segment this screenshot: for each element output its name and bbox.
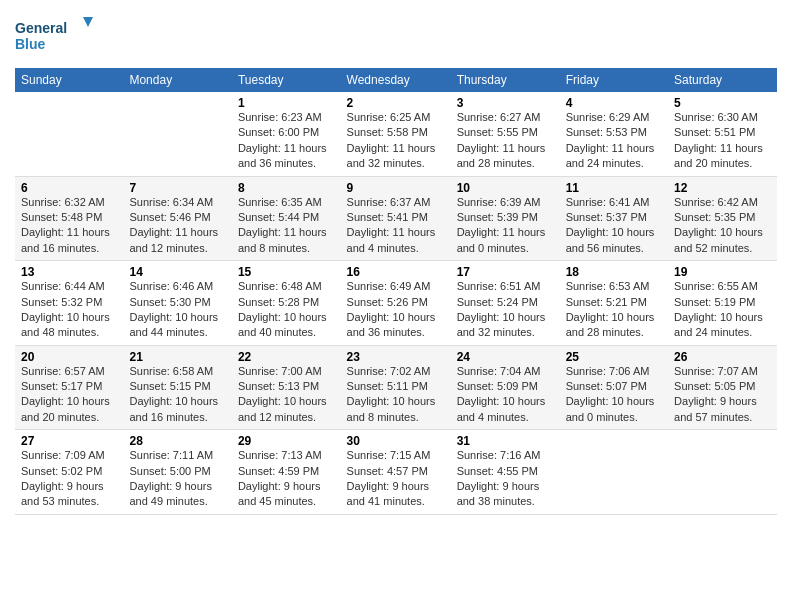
svg-text:Blue: Blue [15,36,46,52]
calendar-cell: 4Sunrise: 6:29 AMSunset: 5:53 PMDaylight… [560,92,668,176]
calendar-cell: 10Sunrise: 6:39 AMSunset: 5:39 PMDayligh… [451,176,560,261]
header-day-thursday: Thursday [451,68,560,92]
day-number: 18 [566,265,662,279]
day-content: Sunrise: 6:29 AMSunset: 5:53 PMDaylight:… [566,110,662,172]
day-content: Sunrise: 7:04 AMSunset: 5:09 PMDaylight:… [457,364,554,426]
day-content: Sunrise: 6:51 AMSunset: 5:24 PMDaylight:… [457,279,554,341]
day-content: Sunrise: 6:44 AMSunset: 5:32 PMDaylight:… [21,279,117,341]
header-day-saturday: Saturday [668,68,777,92]
day-content: Sunrise: 6:58 AMSunset: 5:15 PMDaylight:… [129,364,225,426]
day-number: 30 [347,434,445,448]
day-number: 20 [21,350,117,364]
day-content: Sunrise: 6:39 AMSunset: 5:39 PMDaylight:… [457,195,554,257]
logo: General Blue [15,15,95,60]
day-content: Sunrise: 6:25 AMSunset: 5:58 PMDaylight:… [347,110,445,172]
header-day-friday: Friday [560,68,668,92]
svg-marker-2 [83,17,93,27]
day-number: 22 [238,350,335,364]
day-content: Sunrise: 6:27 AMSunset: 5:55 PMDaylight:… [457,110,554,172]
day-content: Sunrise: 7:09 AMSunset: 5:02 PMDaylight:… [21,448,117,510]
calendar-cell [560,430,668,515]
calendar-cell: 13Sunrise: 6:44 AMSunset: 5:32 PMDayligh… [15,261,123,346]
calendar-cell [15,92,123,176]
day-number: 7 [129,181,225,195]
day-number: 9 [347,181,445,195]
calendar-cell: 28Sunrise: 7:11 AMSunset: 5:00 PMDayligh… [123,430,231,515]
header: General Blue [15,10,777,60]
day-content: Sunrise: 6:35 AMSunset: 5:44 PMDaylight:… [238,195,335,257]
calendar-cell: 19Sunrise: 6:55 AMSunset: 5:19 PMDayligh… [668,261,777,346]
calendar-cell: 22Sunrise: 7:00 AMSunset: 5:13 PMDayligh… [232,345,341,430]
day-content: Sunrise: 7:02 AMSunset: 5:11 PMDaylight:… [347,364,445,426]
header-day-tuesday: Tuesday [232,68,341,92]
header-day-monday: Monday [123,68,231,92]
calendar-header-row: SundayMondayTuesdayWednesdayThursdayFrid… [15,68,777,92]
calendar-cell: 16Sunrise: 6:49 AMSunset: 5:26 PMDayligh… [341,261,451,346]
day-number: 15 [238,265,335,279]
day-number: 10 [457,181,554,195]
day-number: 31 [457,434,554,448]
day-number: 26 [674,350,771,364]
day-number: 8 [238,181,335,195]
calendar-cell: 27Sunrise: 7:09 AMSunset: 5:02 PMDayligh… [15,430,123,515]
calendar-cell: 3Sunrise: 6:27 AMSunset: 5:55 PMDaylight… [451,92,560,176]
day-content: Sunrise: 6:41 AMSunset: 5:37 PMDaylight:… [566,195,662,257]
day-number: 1 [238,96,335,110]
calendar-cell: 7Sunrise: 6:34 AMSunset: 5:46 PMDaylight… [123,176,231,261]
calendar-table: SundayMondayTuesdayWednesdayThursdayFrid… [15,68,777,515]
calendar-cell: 12Sunrise: 6:42 AMSunset: 5:35 PMDayligh… [668,176,777,261]
day-number: 17 [457,265,554,279]
calendar-cell: 15Sunrise: 6:48 AMSunset: 5:28 PMDayligh… [232,261,341,346]
calendar-cell [668,430,777,515]
day-content: Sunrise: 7:07 AMSunset: 5:05 PMDaylight:… [674,364,771,426]
calendar-cell: 1Sunrise: 6:23 AMSunset: 6:00 PMDaylight… [232,92,341,176]
calendar-week-row: 27Sunrise: 7:09 AMSunset: 5:02 PMDayligh… [15,430,777,515]
calendar-week-row: 6Sunrise: 6:32 AMSunset: 5:48 PMDaylight… [15,176,777,261]
calendar-cell: 5Sunrise: 6:30 AMSunset: 5:51 PMDaylight… [668,92,777,176]
day-content: Sunrise: 7:11 AMSunset: 5:00 PMDaylight:… [129,448,225,510]
day-content: Sunrise: 6:55 AMSunset: 5:19 PMDaylight:… [674,279,771,341]
calendar-cell: 11Sunrise: 6:41 AMSunset: 5:37 PMDayligh… [560,176,668,261]
calendar-cell: 14Sunrise: 6:46 AMSunset: 5:30 PMDayligh… [123,261,231,346]
calendar-cell: 29Sunrise: 7:13 AMSunset: 4:59 PMDayligh… [232,430,341,515]
day-content: Sunrise: 7:06 AMSunset: 5:07 PMDaylight:… [566,364,662,426]
calendar-cell: 6Sunrise: 6:32 AMSunset: 5:48 PMDaylight… [15,176,123,261]
calendar-week-row: 13Sunrise: 6:44 AMSunset: 5:32 PMDayligh… [15,261,777,346]
day-number: 4 [566,96,662,110]
calendar-week-row: 20Sunrise: 6:57 AMSunset: 5:17 PMDayligh… [15,345,777,430]
day-number: 3 [457,96,554,110]
day-number: 21 [129,350,225,364]
calendar-cell: 25Sunrise: 7:06 AMSunset: 5:07 PMDayligh… [560,345,668,430]
day-content: Sunrise: 6:23 AMSunset: 6:00 PMDaylight:… [238,110,335,172]
day-number: 24 [457,350,554,364]
calendar-cell: 8Sunrise: 6:35 AMSunset: 5:44 PMDaylight… [232,176,341,261]
calendar-cell [123,92,231,176]
calendar-cell: 23Sunrise: 7:02 AMSunset: 5:11 PMDayligh… [341,345,451,430]
day-number: 27 [21,434,117,448]
day-number: 6 [21,181,117,195]
day-content: Sunrise: 7:16 AMSunset: 4:55 PMDaylight:… [457,448,554,510]
day-content: Sunrise: 6:34 AMSunset: 5:46 PMDaylight:… [129,195,225,257]
calendar-cell: 21Sunrise: 6:58 AMSunset: 5:15 PMDayligh… [123,345,231,430]
day-number: 2 [347,96,445,110]
day-number: 29 [238,434,335,448]
day-content: Sunrise: 6:37 AMSunset: 5:41 PMDaylight:… [347,195,445,257]
calendar-cell: 9Sunrise: 6:37 AMSunset: 5:41 PMDaylight… [341,176,451,261]
day-number: 12 [674,181,771,195]
day-number: 28 [129,434,225,448]
calendar-cell: 31Sunrise: 7:16 AMSunset: 4:55 PMDayligh… [451,430,560,515]
day-content: Sunrise: 6:53 AMSunset: 5:21 PMDaylight:… [566,279,662,341]
day-content: Sunrise: 7:13 AMSunset: 4:59 PMDaylight:… [238,448,335,510]
day-content: Sunrise: 7:15 AMSunset: 4:57 PMDaylight:… [347,448,445,510]
day-number: 14 [129,265,225,279]
svg-text:General: General [15,20,67,36]
day-number: 23 [347,350,445,364]
calendar-cell: 2Sunrise: 6:25 AMSunset: 5:58 PMDaylight… [341,92,451,176]
day-number: 25 [566,350,662,364]
day-number: 11 [566,181,662,195]
day-content: Sunrise: 6:46 AMSunset: 5:30 PMDaylight:… [129,279,225,341]
header-day-wednesday: Wednesday [341,68,451,92]
calendar-cell: 26Sunrise: 7:07 AMSunset: 5:05 PMDayligh… [668,345,777,430]
day-number: 5 [674,96,771,110]
calendar-cell: 24Sunrise: 7:04 AMSunset: 5:09 PMDayligh… [451,345,560,430]
